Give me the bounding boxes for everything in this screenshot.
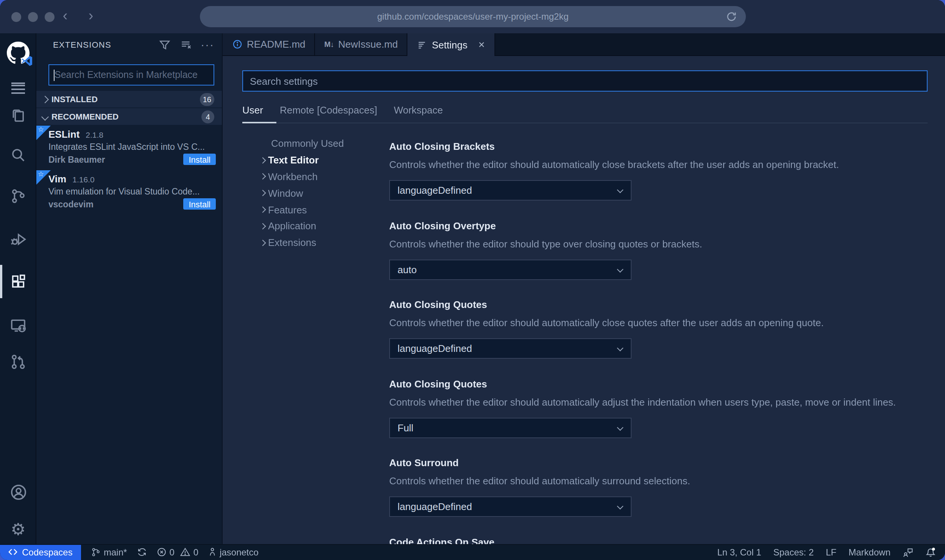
- codespaces-remote-button[interactable]: Codespaces: [0, 544, 81, 560]
- setting-code-actions-on-save: Code Actions On Save: [389, 536, 930, 544]
- person-icon: [208, 548, 217, 557]
- scope-user[interactable]: User: [242, 104, 263, 122]
- sidebar-title: EXTENSIONS: [53, 40, 111, 49]
- eol-indicator[interactable]: LF: [826, 547, 836, 558]
- extension-item-vim[interactable]: ☆ Vim 1.16.0 Vim emulation for Visual St…: [36, 170, 222, 215]
- tab-label: Settings: [432, 39, 468, 51]
- forward-icon[interactable]: ›: [82, 8, 100, 26]
- chevron-right-icon: [260, 207, 266, 213]
- toc-application[interactable]: Application: [260, 218, 344, 235]
- install-button[interactable]: Install: [184, 198, 216, 210]
- feedback-icon: [903, 547, 913, 558]
- chevron-down-icon: [41, 113, 49, 120]
- branch-icon: [91, 548, 101, 557]
- window-controls: [11, 12, 55, 22]
- source-control-icon[interactable]: [0, 182, 36, 210]
- extensions-search-box[interactable]: [48, 64, 214, 86]
- setting-auto-closing-quotes: Auto Closing Quotes Controls whether the…: [389, 299, 930, 359]
- sync-button[interactable]: [137, 548, 147, 557]
- settings-list-icon: [417, 40, 427, 50]
- browser-chrome: ‹ › github.com/codespaces/user-my-projec…: [0, 0, 945, 33]
- setting-title: Code Actions On Save: [389, 536, 930, 544]
- extensions-search-input[interactable]: [49, 70, 214, 80]
- setting-title: Auto Surround: [389, 457, 930, 468]
- chevron-down-icon: [617, 424, 624, 431]
- active-view-indicator: [0, 265, 2, 298]
- setting-auto-closing-overtype: Auto Closing Overtype Controls whether t…: [389, 220, 930, 280]
- cursor-position[interactable]: Ln 3, Col 1: [717, 547, 761, 558]
- toc-window[interactable]: Window: [260, 185, 344, 202]
- tab-readme[interactable]: README.md: [223, 33, 315, 55]
- markdown-icon: M↓: [324, 40, 334, 48]
- extension-item-eslint[interactable]: ☆ ESLint 2.1.8 Integrates ESLint JavaScr…: [36, 126, 222, 170]
- more-actions-icon[interactable]: ···: [201, 41, 214, 48]
- filter-icon[interactable]: [157, 37, 172, 52]
- close-icon[interactable]: ✕: [478, 40, 485, 50]
- setting-dropdown[interactable]: auto: [389, 259, 632, 280]
- github-pull-requests-icon[interactable]: [0, 347, 36, 376]
- setting-description: Controls whether the editor should autom…: [389, 159, 930, 170]
- extensions-sidebar: EXTENSIONS ··· INSTALLED: [36, 33, 223, 544]
- minimize-window-button[interactable]: [28, 12, 38, 22]
- run-and-debug-icon[interactable]: [0, 225, 36, 254]
- extension-description: Vim emulation for Visual Studio Code...: [48, 187, 218, 196]
- setting-auto-surround: Auto Surround Controls whether the edito…: [389, 457, 930, 517]
- active-scope-underline: [242, 122, 276, 123]
- chevron-right-icon: [260, 240, 266, 246]
- install-button[interactable]: Install: [184, 154, 216, 165]
- section-label: INSTALLED: [51, 95, 98, 104]
- remote-explorer-icon[interactable]: [0, 311, 36, 340]
- setting-dropdown[interactable]: Full: [389, 417, 632, 438]
- toc-text-editor[interactable]: Text Editor: [260, 152, 344, 169]
- codespaces-label: Codespaces: [22, 547, 72, 558]
- info-icon: [232, 39, 242, 50]
- user-indicator[interactable]: jasonetco: [208, 547, 259, 558]
- branch-name: main*: [104, 547, 127, 558]
- chevron-right-icon: [260, 173, 266, 180]
- section-recommended[interactable]: RECOMMENDED 4: [36, 108, 222, 125]
- search-icon[interactable]: [0, 141, 36, 170]
- branch-indicator[interactable]: main*: [91, 547, 127, 558]
- section-installed[interactable]: INSTALLED 16: [36, 91, 222, 107]
- extension-publisher: vscodevim: [48, 200, 94, 209]
- screen: ‹ › github.com/codespaces/user-my-projec…: [0, 0, 945, 560]
- explorer-icon[interactable]: [0, 101, 36, 129]
- setting-description: Controls whether the editor should type …: [389, 238, 930, 249]
- tab-newissue[interactable]: M↓ NewIssue.md: [315, 33, 408, 55]
- close-window-button[interactable]: [11, 12, 21, 22]
- tab-bar: README.md M↓ NewIssue.md Settings ✕: [223, 33, 945, 56]
- setting-dropdown[interactable]: languageDefined: [389, 338, 632, 359]
- back-icon[interactable]: ‹: [56, 8, 74, 26]
- maximize-window-button[interactable]: [45, 12, 55, 22]
- settings-gear-icon[interactable]: ⚙: [0, 515, 36, 544]
- toc-commonly-used[interactable]: Commonly Used: [260, 135, 344, 152]
- extensions-icon[interactable]: [0, 267, 36, 296]
- menu-icon[interactable]: [0, 69, 36, 98]
- language-mode[interactable]: Markdown: [848, 547, 890, 558]
- reload-icon[interactable]: [725, 11, 738, 23]
- setting-dropdown[interactable]: languageDefined: [389, 496, 632, 517]
- toc-extensions[interactable]: Extensions: [260, 235, 344, 251]
- indentation-indicator[interactable]: Spaces: 2: [773, 547, 814, 558]
- errors-icon: [156, 548, 166, 557]
- scope-remote[interactable]: Remote [Codespaces]: [280, 104, 377, 122]
- address-bar[interactable]: github.com/codespaces/user-my-project-mg…: [200, 6, 746, 27]
- notifications-button[interactable]: [925, 547, 936, 558]
- toc-workbench[interactable]: Workbench: [260, 168, 344, 185]
- tab-settings[interactable]: Settings ✕: [408, 33, 495, 57]
- setting-dropdown[interactable]: languageDefined: [389, 180, 632, 201]
- text-caret: [54, 70, 55, 81]
- toc-features[interactable]: Features: [260, 201, 344, 218]
- sync-icon: [137, 548, 147, 557]
- remote-icon: [8, 548, 17, 557]
- extension-version: 2.1.8: [86, 130, 103, 139]
- chevron-down-icon: [617, 345, 624, 352]
- chevron-right-icon: [41, 95, 49, 103]
- error-count: 0: [169, 547, 174, 558]
- setting-description: Controls whether the editor should autom…: [389, 475, 930, 487]
- activity-bar: ⚙: [0, 33, 36, 544]
- clear-search-results-icon[interactable]: [179, 37, 194, 52]
- problems-indicator[interactable]: 0 0: [156, 547, 198, 558]
- feedback-button[interactable]: [903, 547, 913, 558]
- account-icon[interactable]: [0, 478, 36, 506]
